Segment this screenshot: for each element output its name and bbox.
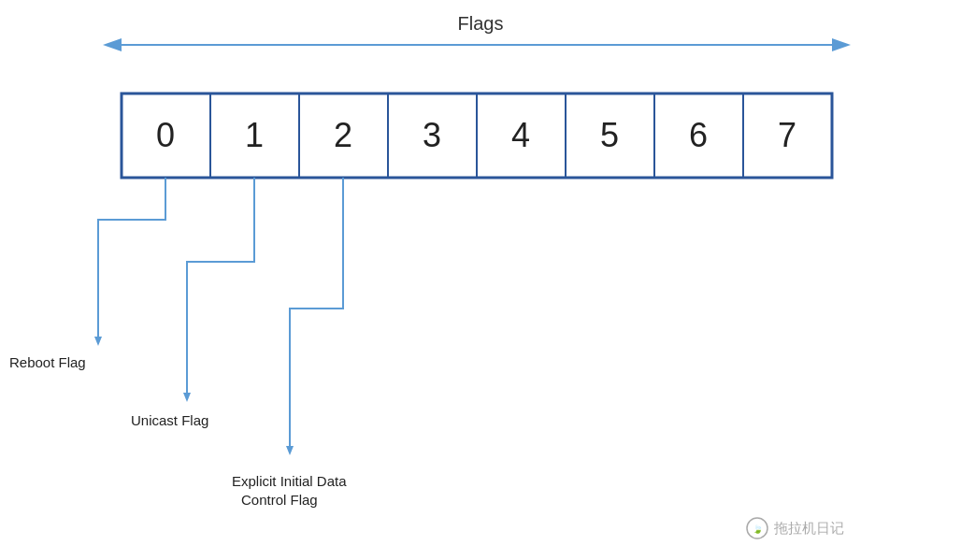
explicit-flag-label-line2: Control Flag — [241, 492, 318, 508]
explicit-arrow — [286, 446, 294, 455]
bit-3-label: 3 — [423, 116, 441, 154]
bit-6-label: 6 — [689, 116, 708, 154]
explicit-connector — [290, 178, 343, 446]
bit-0-label: 0 — [156, 116, 175, 154]
diagram-container: Flags 0 1 2 — [0, 0, 961, 560]
watermark-text: 拖拉机日记 — [773, 520, 844, 536]
unicast-flag-label: Unicast Flag — [131, 412, 208, 428]
reboot-flag-label: Reboot Flag — [9, 354, 86, 370]
bit-5-label: 5 — [600, 116, 619, 154]
bit-4-label: 4 — [511, 116, 530, 154]
unicast-connector — [187, 178, 254, 393]
flags-title: Flags — [458, 13, 504, 34]
bit-1-label: 1 — [245, 116, 264, 154]
bit-7-label: 7 — [778, 116, 796, 154]
unicast-arrow — [183, 393, 191, 402]
explicit-flag-label-line1: Explicit Initial Data — [232, 473, 347, 489]
bit-2-label: 2 — [334, 116, 352, 154]
watermark-icon-text: 🍃 — [753, 524, 764, 535]
reboot-arrow — [94, 337, 102, 346]
reboot-connector — [98, 178, 165, 337]
diagram-svg: Flags 0 1 2 — [0, 0, 961, 560]
